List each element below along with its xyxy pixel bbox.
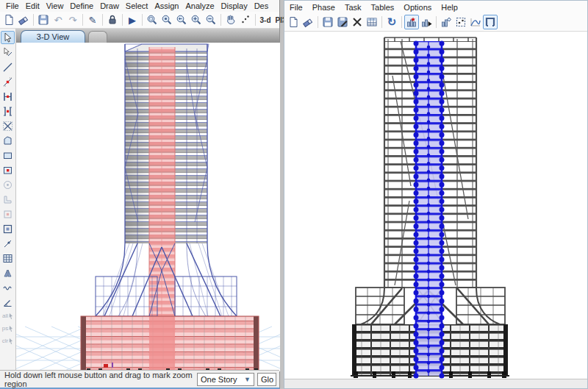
menu-display[interactable]: Display (221, 1, 248, 10)
rubber-band-zoom-icon[interactable] (145, 13, 159, 27)
draw-tool-sidebar: all ps clr (0, 29, 16, 371)
chevron-down-icon: ▼ (244, 376, 251, 383)
draw-link-icon[interactable] (1, 237, 15, 250)
eraser-icon[interactable] (16, 13, 31, 27)
draw-wall-stack-icon[interactable] (1, 193, 15, 206)
right-toolbar: ↻ (284, 13, 587, 32)
lock-icon[interactable] (105, 13, 120, 27)
new-model-icon[interactable] (1, 13, 16, 27)
pan-icon[interactable] (223, 13, 238, 27)
quick-draw-beam-icon[interactable] (1, 90, 15, 103)
left-toolbar: ↶ ↷ ✎ ▶ 3-d Plan (0, 12, 279, 29)
save-icon[interactable] (320, 15, 335, 29)
quick-draw-area-icon[interactable] (1, 163, 15, 176)
model-canvas-3d[interactable] (16, 43, 280, 371)
select-all-tool[interactable]: all (2, 310, 13, 321)
quick-draw-secondary-icon[interactable] (1, 104, 15, 118)
mirror-view-icon[interactable] (1, 266, 15, 279)
quick-draw-wall-icon[interactable] (1, 207, 15, 221)
right-bottom-strip (284, 379, 587, 388)
zoom-in-icon[interactable] (189, 13, 204, 27)
tab-ghost (88, 31, 107, 43)
measure-angle-icon[interactable] (1, 296, 15, 309)
save-icon[interactable] (36, 13, 51, 27)
select-region-icon[interactable] (453, 15, 468, 29)
view-tabbar: 3-D View (0, 29, 279, 43)
zoom-out-icon[interactable] (204, 13, 218, 27)
clear-selection-tool[interactable]: clr (2, 335, 13, 346)
model-window-3d: File Edit View Define Draw Select Assign… (0, 0, 280, 389)
menu-design[interactable]: Des (254, 1, 269, 10)
tower-frame-drawing (284, 32, 587, 380)
menu-draw[interactable]: Draw (100, 1, 119, 10)
menu-tables[interactable]: Tables (371, 3, 395, 12)
draw-node-region-icon[interactable] (1, 222, 15, 235)
perspective-icon[interactable] (238, 13, 253, 27)
previous-selection-tool[interactable]: ps (2, 323, 13, 334)
run-phase-icon[interactable] (419, 15, 434, 29)
menu-analyze[interactable]: Analyze (185, 1, 214, 10)
menu-edit[interactable]: Edit (26, 1, 40, 10)
restore-full-view-icon[interactable] (159, 13, 174, 27)
frame-view-icon[interactable] (483, 15, 498, 29)
refresh-icon[interactable]: ↻ (384, 15, 399, 29)
phase-window: File Phase Task Tables Options Help ↻ (284, 0, 588, 389)
menu-view[interactable]: View (46, 1, 64, 10)
view-3d-button[interactable]: 3-d (258, 13, 273, 27)
draw-line-icon[interactable] (1, 60, 15, 74)
phase-canvas[interactable] (284, 32, 587, 380)
define-tower-icon[interactable] (404, 15, 419, 29)
redo-icon[interactable]: ↷ (65, 13, 80, 27)
menu-help[interactable]: Help (441, 3, 458, 12)
menu-options[interactable]: Options (404, 3, 431, 12)
delete-icon[interactable] (350, 15, 365, 29)
draw-polygon-area-icon[interactable] (1, 134, 15, 147)
menu-file[interactable]: File (6, 1, 19, 10)
quick-draw-frame-icon[interactable] (1, 75, 15, 88)
left-menubar: File Edit View Define Draw Select Assign… (0, 0, 279, 12)
previous-zoom-icon[interactable] (174, 13, 189, 27)
coord-system-select[interactable]: Glo (257, 373, 276, 386)
tables-icon[interactable] (365, 15, 379, 29)
menu-select[interactable]: Select (126, 1, 148, 10)
new-icon[interactable] (286, 15, 301, 29)
run-analysis-icon[interactable]: ▶ (125, 13, 140, 27)
assign-phase-icon[interactable] (439, 15, 453, 29)
menu-phase[interactable]: Phase (312, 3, 335, 12)
tower-3d-drawing (16, 43, 280, 371)
save-as-icon[interactable] (335, 15, 350, 29)
draw-rectangular-area-icon[interactable] (1, 149, 15, 162)
eraser-icon[interactable] (301, 15, 315, 29)
draw-circle-icon[interactable] (1, 178, 15, 191)
left-statusbar: Hold down left mouse button and drag to … (0, 370, 279, 388)
pointer-select-icon[interactable] (1, 31, 15, 44)
menu-assign[interactable]: Assign (154, 1, 179, 10)
right-menubar: File Phase Task Tables Options Help (284, 1, 587, 13)
status-hint: Hold down left mouse button and drag to … (3, 371, 194, 388)
story-mode-select[interactable]: One Story▼ (197, 373, 254, 386)
select-reshape-icon[interactable] (1, 46, 15, 59)
draw-spring-icon[interactable] (1, 281, 15, 294)
plot-curve-icon[interactable] (468, 15, 483, 29)
draw-pencil-icon[interactable]: ✎ (85, 13, 100, 27)
menu-task[interactable]: Task (345, 3, 362, 12)
undo-icon[interactable]: ↶ (51, 13, 65, 27)
quick-draw-brace-icon[interactable] (1, 119, 15, 132)
menu-define[interactable]: Define (70, 1, 93, 10)
show-grid-icon[interactable] (1, 251, 15, 265)
tab-3d-view[interactable]: 3-D View (21, 30, 85, 43)
menu-file[interactable]: File (290, 3, 303, 12)
